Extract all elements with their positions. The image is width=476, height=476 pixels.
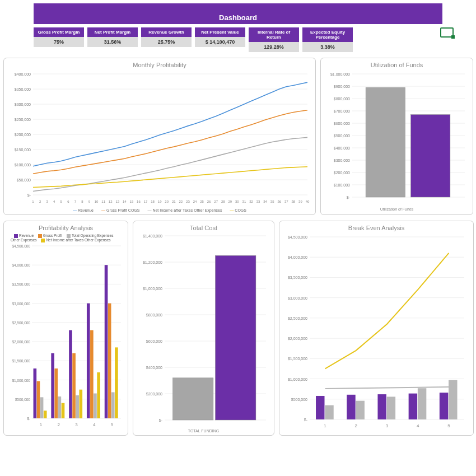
kpi-label: Expected Equity Percentage: [302, 27, 353, 42]
svg-rect-80: [366, 87, 405, 197]
profitability-legend: Revenue Gross Profit Total Operating Exp…: [11, 234, 123, 242]
svg-rect-102: [34, 368, 37, 418]
svg-text:14: 14: [123, 200, 127, 203]
legend-item: COGS: [230, 208, 246, 212]
excel-icon[interactable]: [440, 27, 454, 38]
svg-text:8: 8: [81, 200, 83, 203]
svg-rect-108: [54, 368, 58, 418]
kpi-net-profit-margin: Net Profit Margin 31.56%: [87, 27, 138, 47]
svg-rect-172: [387, 396, 395, 419]
kpi-label: Net Present Value: [195, 27, 245, 37]
svg-text:$100,000: $100,000: [15, 163, 31, 167]
svg-rect-117: [87, 303, 90, 418]
kpi-row: Gross Profit Margin 75% Net Profit Margi…: [34, 27, 476, 52]
svg-text:$250,000: $250,000: [15, 118, 31, 122]
svg-text:2: 2: [355, 423, 358, 428]
svg-text:$50,000: $50,000: [17, 178, 31, 182]
svg-text:34: 34: [263, 200, 267, 203]
svg-text:$1,500,000: $1,500,000: [12, 359, 30, 363]
chart-title: Profitability Analysis: [8, 225, 123, 231]
svg-text:13: 13: [115, 200, 119, 203]
svg-text:32: 32: [249, 200, 253, 203]
svg-text:$1,000,000: $1,000,000: [330, 72, 350, 76]
profitability-analysis-chart: $-$500,000$1,000,000$1,500,000$2,000,000…: [8, 244, 123, 428]
svg-text:$900,000: $900,000: [334, 85, 350, 88]
legend-item: Revenue: [73, 208, 94, 212]
svg-text:38: 38: [292, 200, 296, 203]
svg-rect-143: [172, 378, 213, 420]
chart-title: Break Even Analysis: [284, 225, 469, 231]
svg-rect-125: [115, 347, 118, 418]
svg-text:$3,000,000: $3,000,000: [288, 296, 307, 300]
utilization-chart: $-$100,000$200,000$300,000$400,000$500,0…: [325, 71, 468, 205]
svg-text:4: 4: [93, 422, 96, 427]
svg-text:$2,500,000: $2,500,000: [288, 316, 307, 320]
svg-rect-171: [377, 394, 386, 419]
svg-text:30: 30: [235, 200, 239, 203]
svg-text:5: 5: [60, 200, 63, 203]
svg-text:7: 7: [74, 200, 77, 203]
monthly-legend: Revenue Gross Profit COGS Net Income aft…: [8, 208, 311, 212]
svg-text:9: 9: [88, 200, 91, 203]
svg-text:3: 3: [386, 423, 389, 428]
svg-text:$400,000: $400,000: [15, 72, 31, 76]
svg-text:$800,000: $800,000: [334, 97, 350, 101]
svg-rect-122: [105, 265, 108, 418]
kpi-value: $ 14,100,470: [195, 37, 245, 47]
kpi-label: Net Profit Margin: [87, 27, 138, 37]
svg-text:3: 3: [75, 422, 78, 427]
total-cost-chart: $-$200,000$400,000$600,000$800,000$1,000…: [138, 234, 269, 427]
svg-text:$-: $-: [304, 418, 308, 422]
kpi-label: Revenue Growth: [141, 27, 192, 37]
break-even-card: Break Even Analysis $-$500,000$1,000,000…: [279, 221, 474, 436]
svg-text:$500,000: $500,000: [15, 397, 30, 401]
svg-rect-112: [69, 330, 72, 418]
svg-text:$1,200,000: $1,200,000: [143, 260, 162, 264]
svg-text:3: 3: [46, 200, 48, 203]
svg-rect-110: [62, 403, 65, 418]
svg-text:$3,500,000: $3,500,000: [12, 282, 30, 286]
svg-rect-113: [72, 353, 76, 418]
kpi-label: Gross Profit Margin: [34, 27, 84, 37]
svg-text:$-: $-: [347, 195, 351, 199]
svg-text:$4,000,000: $4,000,000: [288, 255, 307, 259]
chart-xlabel: Utilization of Funds: [325, 207, 468, 211]
profitability-analysis-card: Profitability Analysis Revenue Gross Pro…: [3, 221, 128, 436]
svg-text:16: 16: [137, 200, 141, 203]
svg-rect-103: [37, 381, 40, 418]
kpi-label: Internal Rate of Return: [249, 27, 299, 42]
svg-text:11: 11: [101, 200, 105, 203]
svg-text:12: 12: [109, 200, 113, 203]
svg-text:33: 33: [256, 200, 260, 203]
svg-text:2: 2: [57, 422, 60, 427]
svg-text:$-: $-: [159, 418, 163, 422]
kpi-revenue-growth: Revenue Growth 25.75%: [141, 27, 192, 47]
svg-rect-144: [216, 255, 256, 420]
monthly-profitability-chart: $-$50,000$100,000$150,000$200,000$250,00…: [8, 71, 311, 205]
svg-text:$400,000: $400,000: [146, 366, 162, 370]
utilization-card: Utilization of Funds $-$100,000$200,000$…: [320, 58, 473, 215]
svg-text:22: 22: [179, 200, 183, 203]
svg-text:17: 17: [144, 200, 148, 203]
svg-text:$200,000: $200,000: [334, 171, 350, 175]
svg-text:$1,000,000: $1,000,000: [12, 378, 30, 382]
svg-text:15: 15: [130, 200, 134, 203]
svg-text:$4,500,000: $4,500,000: [288, 235, 307, 239]
svg-text:$500,000: $500,000: [334, 134, 350, 138]
svg-text:10: 10: [95, 200, 99, 203]
svg-rect-169: [356, 401, 364, 419]
svg-text:$3,500,000: $3,500,000: [288, 276, 307, 279]
svg-text:$400,000: $400,000: [334, 146, 350, 150]
svg-text:25: 25: [200, 200, 204, 203]
kpi-value: 129.28%: [249, 42, 299, 52]
svg-text:$4,500,000: $4,500,000: [12, 244, 30, 248]
svg-text:18: 18: [151, 200, 155, 203]
legend-item: Gross Profit COGS: [101, 208, 139, 212]
svg-text:$500,000: $500,000: [291, 398, 307, 402]
svg-text:2: 2: [39, 200, 41, 203]
dashboard-banner: Dashboard: [34, 3, 442, 24]
kpi-value: 25.75%: [141, 37, 192, 47]
svg-text:24: 24: [193, 200, 197, 203]
svg-text:1: 1: [40, 422, 43, 427]
svg-rect-166: [325, 405, 333, 419]
